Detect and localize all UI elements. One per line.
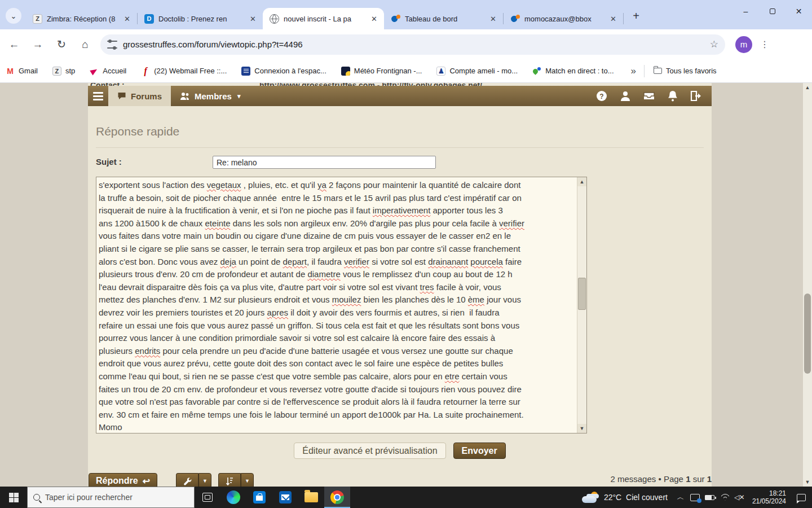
store-app-button[interactable] xyxy=(246,487,272,508)
scrollbar-thumb[interactable] xyxy=(804,294,811,374)
help-icon[interactable]: ? xyxy=(595,90,608,102)
bookmark-item[interactable]: Météo Frontignan -... xyxy=(341,67,422,76)
logout-icon[interactable] xyxy=(690,90,703,102)
home-button[interactable]: ⌂ xyxy=(76,35,95,54)
tab-strip: ⌄ Zimbra: Réception (8✕Doctolib : Prenez… xyxy=(0,0,812,29)
back-button[interactable]: ← xyxy=(5,35,24,54)
subject-input[interactable]: Re: melano xyxy=(213,156,436,169)
address-bar[interactable]: grossestruffes.com/forum/viewtopic.php?t… xyxy=(100,34,725,55)
zimbra-favicon-icon xyxy=(33,14,42,24)
bouygues-favicon-icon xyxy=(510,14,520,24)
tab-search-button[interactable]: ⌄ xyxy=(6,8,21,24)
taskbar-search[interactable]: Taper ici pour rechercher xyxy=(27,487,195,508)
screen: ⌄ Zimbra: Réception (8✕Doctolib : Prenez… xyxy=(0,0,812,508)
page-scrollbar[interactable]: ▲ ▼ xyxy=(803,83,812,487)
taskbar-clock[interactable]: 18:21 21/05/2024 xyxy=(752,489,786,505)
bookmark-item[interactable]: Match en direct : to... xyxy=(532,67,614,76)
browser-tab[interactable]: Tableau de bord✕ xyxy=(384,8,503,29)
screen-share-icon[interactable] xyxy=(688,487,703,508)
wifi-icon[interactable] xyxy=(717,487,732,508)
bookmarks-overflow-button[interactable]: » xyxy=(631,65,636,77)
edge-icon xyxy=(227,491,240,504)
browser-tab[interactable]: Doctolib : Prenez ren✕ xyxy=(138,8,263,29)
sort-options-group: ▼ xyxy=(218,473,254,487)
browser-tab[interactable]: Zimbra: Réception (8✕ xyxy=(26,8,137,29)
tab-strip-tabs: Zimbra: Réception (8✕Doctolib : Prenez r… xyxy=(26,0,624,29)
chrome-app-button[interactable] xyxy=(324,487,350,508)
bookmark-item[interactable]: stp xyxy=(52,67,75,76)
send-button[interactable]: Envoyer xyxy=(453,443,506,459)
scroll-down-icon[interactable]: ▼ xyxy=(803,478,812,487)
all-favorites-button[interactable]: Tous les favoris xyxy=(654,67,717,75)
battery-icon[interactable] xyxy=(703,487,717,508)
hamburger-menu-button[interactable] xyxy=(88,86,108,106)
search-icon xyxy=(33,494,40,501)
tab-close-icon[interactable]: ✕ xyxy=(609,15,617,23)
notification-icon xyxy=(797,494,806,501)
scroll-up-icon[interactable]: ▲ xyxy=(577,177,586,186)
forward-button[interactable]: → xyxy=(28,35,47,54)
action-center-button[interactable] xyxy=(793,487,810,508)
sort-caret[interactable]: ▼ xyxy=(241,473,254,487)
messages-inbox-icon[interactable] xyxy=(643,90,655,102)
chevron-down-icon: ▾ xyxy=(237,93,241,100)
reply-button[interactable]: Répondre ↩ xyxy=(89,473,157,487)
tab-close-icon[interactable]: ✕ xyxy=(249,15,257,23)
bookmark-star-icon[interactable]: ☆ xyxy=(710,38,718,50)
textarea-line: env. 30 cm et faire en même temps une fo… xyxy=(99,409,574,422)
tab-close-icon[interactable]: ✕ xyxy=(489,15,497,23)
sort-button[interactable] xyxy=(218,473,241,487)
scrollbar-thumb[interactable] xyxy=(578,278,586,310)
tab-title: Doctolib : Prenez ren xyxy=(158,15,244,23)
profile-icon[interactable] xyxy=(619,90,632,102)
window-maximize-button[interactable] xyxy=(759,0,785,23)
hidden-icons-chevron[interactable]: ︿ xyxy=(673,487,688,508)
wrench-icon xyxy=(183,477,192,485)
volume-muted-icon[interactable]: ◁✕ xyxy=(732,487,747,508)
profile-avatar[interactable]: m xyxy=(735,36,752,53)
site-info-icon[interactable] xyxy=(107,41,117,49)
tab-title: Tableau de bord xyxy=(405,15,484,23)
scroll-down-icon[interactable]: ▼ xyxy=(577,424,586,433)
textarea-line: devrez voir les premiers touristes et 20… xyxy=(99,306,574,319)
url-text[interactable]: grossestruffes.com/forum/viewtopic.php?t… xyxy=(123,40,704,49)
textarea-line: alors c'est bon. Donc vous avez deja un … xyxy=(99,256,574,269)
mail-app-button[interactable] xyxy=(272,487,298,508)
notifications-bell-icon[interactable] xyxy=(667,90,679,102)
new-tab-button[interactable]: + xyxy=(628,8,644,24)
textarea-line: faites un trou de 20 cm env. de profonde… xyxy=(99,383,574,396)
task-view-button[interactable] xyxy=(195,487,220,508)
window-minimize-button[interactable]: – xyxy=(732,0,759,23)
topic-tools-group: ▼ xyxy=(176,473,211,487)
textarea-line: mettez des planches d'env. 1 M2 sur plus… xyxy=(99,294,574,306)
scroll-up-icon[interactable]: ▲ xyxy=(803,83,812,92)
tab-close-icon[interactable]: ✕ xyxy=(370,15,378,23)
meteo-icon xyxy=(341,67,350,76)
nav-item-membres[interactable]: Membres ▾ xyxy=(171,86,249,106)
edge-app-button[interactable] xyxy=(220,487,246,508)
file-explorer-button[interactable] xyxy=(298,487,324,508)
tab-close-icon[interactable]: ✕ xyxy=(123,15,131,23)
advanced-editor-button[interactable]: Éditeur avancé et prévisualisation xyxy=(294,443,445,459)
start-button[interactable] xyxy=(0,487,27,508)
bookmark-item[interactable]: Gmail xyxy=(6,67,38,76)
nav-item-forums[interactable]: Forums xyxy=(108,86,171,106)
bookmark-item[interactable]: Compte ameli - mo... xyxy=(436,67,518,76)
browser-tab[interactable]: nouvel inscrit - La pa✕ xyxy=(263,8,384,29)
reply-textarea[interactable]: s'exportent sous l'action des vegetaux ,… xyxy=(96,177,587,433)
bookmarks-bar: GmailstpAccueil(22) Webmail Free ::...Co… xyxy=(0,59,812,83)
browser-menu-button[interactable]: ⋮ xyxy=(757,37,773,52)
taskbar-tray: 22°C Ciel couvert ︿ ◁✕ 18:21 21/05/2024 xyxy=(582,487,812,508)
window-close-button[interactable]: ✕ xyxy=(785,0,812,23)
bookmark-item[interactable]: Accueil xyxy=(90,67,126,76)
mail-icon xyxy=(279,491,292,503)
bookmark-item[interactable]: Connexion à l'espac... xyxy=(241,67,326,76)
reload-button[interactable]: ↻ xyxy=(52,35,71,54)
topic-tools-caret[interactable]: ▼ xyxy=(198,473,211,487)
topic-tools-button[interactable] xyxy=(176,473,198,487)
browser-tab[interactable]: momocazaux@bbox✕ xyxy=(504,8,623,29)
textarea-scrollbar[interactable]: ▲ ▼ xyxy=(577,177,586,433)
taskbar-weather[interactable]: 22°C Ciel couvert xyxy=(582,492,668,503)
chevron-down-icon: ⌄ xyxy=(11,12,17,20)
bookmark-item[interactable]: (22) Webmail Free ::... xyxy=(141,67,227,76)
